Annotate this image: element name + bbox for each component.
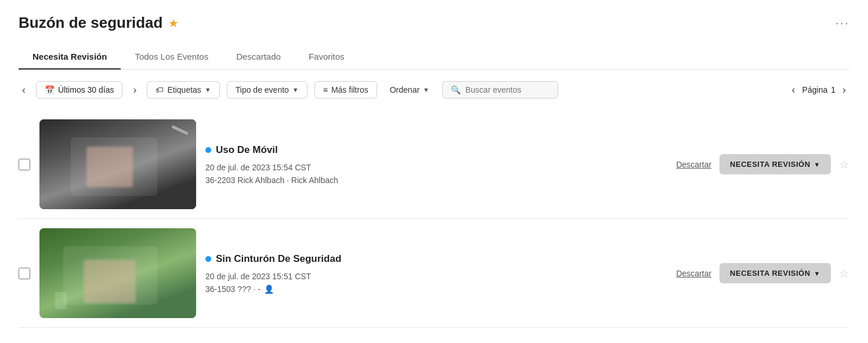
status-dot-2 — [205, 256, 211, 262]
table-row: Sin Cinturón De Seguridad 20 de jul. de … — [19, 219, 849, 328]
sort-dropdown-icon: ▼ — [423, 86, 429, 93]
tab-todos-eventos[interactable]: Todos Los Eventos — [121, 46, 222, 70]
tags-dropdown-icon: ▼ — [205, 86, 211, 93]
event-type-1: Uso De Móvil — [205, 144, 667, 156]
event-date-2: 20 de jul. de 2023 15:51 CST — [205, 272, 667, 281]
needs-review-label-1: NECESITA REVISIÓN — [730, 160, 811, 169]
tab-bar: Necesita Revisión Todos Los Eventos Desc… — [19, 46, 849, 70]
search-input[interactable] — [465, 85, 547, 94]
filter-icon: ≡ — [323, 85, 328, 94]
tags-filter[interactable]: 🏷 Etiquetas ▼ — [147, 81, 219, 98]
discard-link-2[interactable]: Descartar — [676, 269, 711, 278]
event-meta-1: 36-2203 Rick Ahlbach · Rick Ahlbach — [205, 176, 667, 185]
event-type-label: Tipo de evento — [236, 85, 289, 94]
tags-label: Etiquetas — [167, 85, 201, 94]
row-checkbox-1[interactable] — [19, 159, 30, 170]
page-number: 1 — [831, 85, 836, 94]
event-actions-2: Descartar NECESITA REVISIÓN ▼ ☆ — [676, 263, 849, 283]
more-options-icon[interactable]: ··· — [836, 16, 849, 31]
event-meta-text-2: 36-1503 ??? · - — [205, 284, 261, 294]
person-icon-2: 👤 — [264, 284, 274, 294]
event-type-filter[interactable]: Tipo de evento ▼ — [227, 81, 308, 98]
page-label: Página — [802, 85, 828, 94]
event-type-label-2: Sin Cinturón De Seguridad — [216, 253, 341, 265]
event-type-2: Sin Cinturón De Seguridad — [205, 253, 667, 265]
filter-bar: ‹ 📅 Últimos 30 días › 🏷 Etiquetas ▼ Tipo… — [19, 81, 849, 98]
prev-page-button[interactable]: ‹ — [789, 83, 799, 97]
search-icon: 🔍 — [451, 85, 461, 94]
date-label: Últimos 30 días — [58, 85, 114, 94]
date-filter[interactable]: 📅 Últimos 30 días — [36, 81, 122, 98]
more-filters-button[interactable]: ≡ Más filtros — [314, 81, 377, 98]
event-actions-1: Descartar NECESITA REVISIÓN ▼ ☆ — [676, 154, 849, 174]
event-type-label-1: Uso De Móvil — [216, 144, 278, 156]
more-filters-label: Más filtros — [331, 85, 368, 94]
row-checkbox-2[interactable] — [19, 268, 30, 279]
tab-favoritos[interactable]: Favoritos — [295, 46, 359, 70]
star-icon[interactable]: ★ — [168, 16, 179, 30]
tab-necesita-revision[interactable]: Necesita Revisión — [19, 46, 121, 70]
event-thumbnail-2[interactable] — [39, 228, 196, 318]
event-type-dropdown-icon: ▼ — [292, 86, 299, 93]
search-box[interactable]: 🔍 — [442, 81, 558, 98]
sort-label: Ordenar — [390, 85, 419, 94]
next-page-button[interactable]: › — [839, 83, 849, 97]
page-title: Buzón de seguridad — [19, 14, 162, 32]
needs-review-dropdown-icon-1: ▼ — [814, 161, 820, 168]
sort-button[interactable]: Ordenar ▼ — [384, 82, 435, 98]
needs-review-dropdown-icon-2: ▼ — [814, 270, 820, 277]
favorite-icon-2[interactable]: ☆ — [839, 267, 849, 280]
pagination: ‹ Página 1 › — [789, 83, 849, 97]
needs-review-label-2: NECESITA REVISIÓN — [730, 269, 811, 278]
event-meta-2: 36-1503 ??? · - 👤 — [205, 284, 667, 294]
event-info-1: Uso De Móvil 20 de jul. de 2023 15:54 CS… — [205, 144, 667, 185]
favorite-icon-1[interactable]: ☆ — [839, 158, 849, 172]
event-thumbnail-1[interactable] — [39, 119, 196, 209]
prev-date-button[interactable]: ‹ — [19, 83, 29, 97]
event-date-1: 20 de jul. de 2023 15:54 CST — [205, 163, 667, 172]
table-row: Uso De Móvil 20 de jul. de 2023 15:54 CS… — [19, 110, 849, 219]
discard-link-1[interactable]: Descartar — [676, 160, 711, 169]
next-date-button[interactable]: › — [129, 83, 140, 97]
tags-icon: 🏷 — [155, 85, 164, 94]
status-dot-1 — [205, 147, 211, 153]
calendar-icon: 📅 — [45, 85, 55, 94]
event-list: Uso De Móvil 20 de jul. de 2023 15:54 CS… — [19, 110, 849, 328]
tab-descartado[interactable]: Descartado — [222, 46, 295, 70]
needs-review-button-1[interactable]: NECESITA REVISIÓN ▼ — [719, 154, 831, 174]
event-info-2: Sin Cinturón De Seguridad 20 de jul. de … — [205, 253, 667, 294]
needs-review-button-2[interactable]: NECESITA REVISIÓN ▼ — [719, 263, 831, 283]
